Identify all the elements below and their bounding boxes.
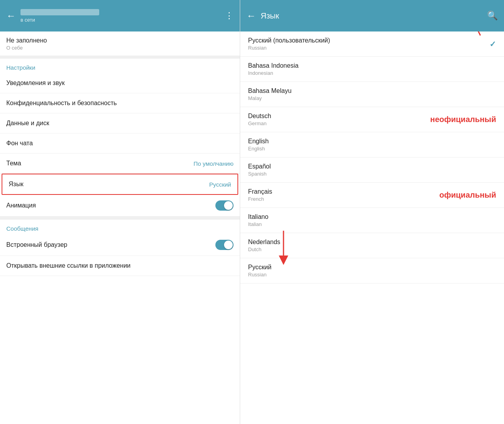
lang-sub: Italian xyxy=(248,221,269,227)
not-filled-section: Не заполнено О себе xyxy=(0,31,240,56)
settings-section-header: Настройки xyxy=(0,59,240,73)
list-item[interactable]: Bahasa Melayu Malay xyxy=(240,82,504,107)
not-filled-subtitle: О себе xyxy=(6,45,233,55)
chat-bg-menu-item[interactable]: Фон чата xyxy=(0,133,240,154)
contact-info: в сети xyxy=(20,9,220,23)
right-panel: ← Язык 🔍 Русский (пользовательский) Russ… xyxy=(240,0,504,424)
language-menu-item[interactable]: Язык Русский xyxy=(2,174,238,195)
theme-value: По умолчанию xyxy=(194,160,233,167)
lang-item-text-english: English English xyxy=(248,138,269,152)
data-label: Данные и диск xyxy=(6,120,49,127)
lang-sub: Spanish xyxy=(248,171,271,177)
lang-name: Deutsch xyxy=(248,113,271,120)
lang-sub: Malay xyxy=(248,95,291,101)
notifications-label: Уведомления и звук xyxy=(6,80,65,87)
external-links-item[interactable]: Открывать внешние ссылки в приложении xyxy=(0,256,240,276)
official-annotation: официальный xyxy=(439,191,496,200)
browser-toggle[interactable] xyxy=(215,240,233,250)
lang-item-text-russian-custom: Русский (пользовательский) Russian xyxy=(248,37,330,51)
lang-item-text-spanish: Español Spanish xyxy=(248,163,271,177)
list-item[interactable]: Bahasa Indonesia Indonesian xyxy=(240,57,504,82)
more-options-button[interactable]: ⋮ xyxy=(225,11,233,21)
checkmark-icon: ✓ xyxy=(489,39,496,49)
lang-name: Bahasa Indonesia xyxy=(248,62,298,69)
language-page-title: Язык xyxy=(261,11,482,20)
left-panel: ← в сети ⋮ Не заполнено О себе Настройки… xyxy=(0,0,240,424)
list-item[interactable]: Español Spanish xyxy=(240,157,504,183)
list-item[interactable]: Русский (пользовательский) Russian ✓ xyxy=(240,31,504,57)
contact-status: в сети xyxy=(20,17,220,23)
browser-toggle-item[interactable]: Встроенный браузер xyxy=(0,234,240,256)
left-header: ← в сети ⋮ xyxy=(0,0,240,31)
lang-item-text-indonesian: Bahasa Indonesia Indonesian xyxy=(248,62,298,76)
lang-name: Español xyxy=(248,163,271,170)
notifications-menu-item[interactable]: Уведомления и звук xyxy=(0,73,240,93)
language-value: Русский xyxy=(209,181,231,188)
animation-label: Анимация xyxy=(6,202,36,209)
right-header: ← Язык 🔍 xyxy=(240,0,504,31)
lang-name: Русский xyxy=(248,264,271,271)
external-links-label: Открывать внешние ссылки в приложении xyxy=(6,262,131,269)
language-label: Язык xyxy=(9,181,23,188)
search-button[interactable]: 🔍 xyxy=(487,11,498,21)
lang-name: Русский (пользовательский) xyxy=(248,37,330,44)
lang-item-text-malay: Bahasa Melayu Malay xyxy=(248,87,291,101)
arrow-up-annotation xyxy=(461,31,484,39)
animation-toggle[interactable] xyxy=(215,200,233,211)
not-filled-title: Не заполнено xyxy=(6,37,233,44)
arrow-down-annotation xyxy=(272,227,295,266)
unofficial-annotation: неофициальный xyxy=(430,115,496,124)
svg-line-0 xyxy=(469,31,480,35)
messages-section-header: Сообщения xyxy=(0,220,240,234)
contact-name-blurred xyxy=(20,9,99,15)
divider-1 xyxy=(0,56,240,59)
list-item[interactable]: Deutsch German неофициальный xyxy=(240,107,504,132)
theme-menu-item[interactable]: Тема По умолчанию xyxy=(0,154,240,174)
browser-label: Встроенный браузер xyxy=(6,241,67,248)
language-list: Русский (пользовательский) Russian ✓ Bah… xyxy=(240,31,504,424)
lang-name: Français xyxy=(248,188,272,195)
lang-sub: German xyxy=(248,120,271,126)
lang-item-text-russian: Русский Russian xyxy=(248,264,271,278)
lang-sub: French xyxy=(248,196,272,202)
lang-name: Bahasa Melayu xyxy=(248,87,291,94)
lang-item-text-italian: Italiano Italian xyxy=(248,213,269,227)
chat-bg-label: Фон чата xyxy=(6,140,33,147)
back-button-left[interactable]: ← xyxy=(6,10,16,21)
lang-item-text-french: Français French xyxy=(248,188,272,202)
data-menu-item[interactable]: Данные и диск xyxy=(0,113,240,133)
privacy-label: Конфиденциальность и безопасность xyxy=(6,100,117,107)
browser-toggle-knob xyxy=(224,241,233,249)
lang-name: English xyxy=(248,138,269,145)
lang-sub: Russian xyxy=(248,45,330,51)
list-item[interactable]: Русский Russian xyxy=(240,258,504,283)
list-item[interactable]: Français French официальный xyxy=(240,183,504,208)
list-item[interactable]: English English xyxy=(240,132,504,157)
divider-2 xyxy=(0,217,240,220)
theme-label: Тема xyxy=(6,160,21,167)
lang-sub: Indonesian xyxy=(248,70,298,76)
lang-sub: English xyxy=(248,146,269,152)
back-button-right[interactable]: ← xyxy=(246,10,256,21)
animation-toggle-item[interactable]: Анимация xyxy=(0,195,240,217)
lang-sub: Russian xyxy=(248,272,271,278)
toggle-knob xyxy=(224,201,233,210)
lang-name: Italiano xyxy=(248,213,269,220)
lang-item-text-german: Deutsch German xyxy=(248,113,271,126)
privacy-menu-item[interactable]: Конфиденциальность и безопасность xyxy=(0,93,240,113)
